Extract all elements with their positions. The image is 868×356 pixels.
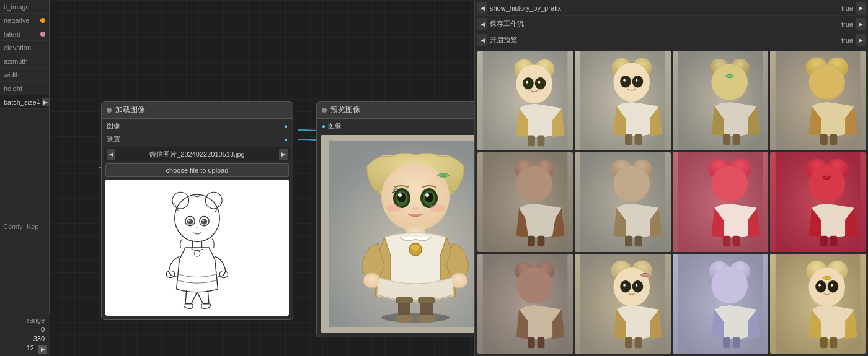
svg-rect-119 [732,337,740,349]
svg-point-123 [808,267,845,306]
range-arrow[interactable]: ▶ [38,345,47,354]
svg-point-47 [535,77,546,90]
grid-cell-2-3[interactable] [770,254,866,354]
save-label: 保存工作流 [487,19,841,28]
svg-point-11 [194,251,200,257]
grid-char-svg-1-2 [673,152,768,252]
save-value: true [841,20,856,28]
preview-label: 开启预览 [487,35,841,45]
svg-point-1 [172,192,189,209]
svg-rect-73 [830,134,837,145]
grid-cell-1-3[interactable] [770,152,866,252]
image-grid [475,48,868,356]
load-image-mask-connector: ● [284,136,288,143]
svg-rect-97 [830,236,837,247]
svg-point-2 [205,192,222,209]
preview-image-dot: ● [322,123,326,129]
grid-cell-1-0[interactable] [477,152,573,252]
svg-point-41 [417,315,436,323]
grid-char-svg-2-1 [575,254,670,354]
batch-size-arrows: 1 ▶ [37,98,50,106]
svg-point-111 [636,284,638,287]
filename-prev-button[interactable]: ◀ [107,149,115,160]
param-latent: latent [0,27,49,41]
history-arrow-right[interactable]: ▶ [856,2,866,14]
svg-point-127 [830,284,833,287]
svg-point-49 [538,81,541,84]
grid-char-svg-2-2 [673,254,768,354]
svg-point-117 [711,267,748,303]
svg-rect-91 [732,236,740,247]
upload-button[interactable]: choose file to upload [105,163,289,177]
svg-rect-67 [732,134,740,145]
svg-rect-113 [635,337,642,349]
save-arrow-right[interactable]: ▶ [856,18,866,30]
grid-cell-0-2[interactable] [673,51,768,150]
preview-value: true [841,37,856,44]
grid-cell-0-0[interactable] [477,51,573,150]
svg-point-20 [381,163,450,231]
range-label: range [2,316,47,324]
history-arrow-left[interactable]: ◀ [477,2,487,14]
grid-cell-2-2[interactable] [673,254,768,354]
batch-size-increment[interactable]: ▶ [42,98,50,106]
range-section: range 0 330 12 ▶ [0,314,50,356]
svg-rect-90 [723,236,730,247]
svg-point-126 [818,284,821,287]
filename-text: 微信图片_20240222010513.jpg [115,150,279,159]
grid-char-svg-2-0 [477,254,573,354]
right-row-save: ◀ 保存工作流 true ▶ [475,16,868,32]
grid-cell-0-1[interactable] [575,51,670,150]
svg-rect-60 [625,134,632,145]
range-value-2: 12 [27,344,37,352]
svg-point-7 [188,220,190,222]
grid-cell-1-1[interactable] [575,152,670,252]
batch-size-value: 1 [37,98,40,106]
svg-point-31 [441,173,446,178]
svg-rect-72 [820,134,828,145]
preview-arrow-left[interactable]: ◀ [477,34,487,46]
svg-rect-50 [528,136,535,147]
param-negative-label: negative [4,17,30,24]
load-image-image-label: 图像 [107,121,120,131]
grid-char-svg-1-0 [477,152,573,252]
svg-point-109 [632,280,644,293]
svg-point-15 [381,313,450,323]
latent-connector-dot [40,32,45,37]
grid-cell-1-2[interactable] [673,152,768,252]
grid-char-svg-0-3 [770,51,866,150]
svg-rect-118 [723,337,730,349]
load-image-node: 加载图像 图像 ● 遮罩 ● ◀ 微信图片_20240222010513.jpg… [101,101,293,320]
svg-point-45 [516,64,552,103]
grid-cell-2-0[interactable] [477,254,573,354]
svg-point-124 [815,280,826,293]
sketch-preview [105,180,289,316]
svg-point-89 [711,165,748,202]
svg-point-125 [827,280,838,293]
grid-char-svg-2-3 [770,254,866,354]
grid-cell-0-3[interactable] [770,51,866,150]
grid-char-svg-0-0 [477,51,573,150]
filename-next-button[interactable]: ▶ [279,149,288,160]
load-image-node-dot [107,108,112,113]
param-height: height [0,82,49,95]
param-azimuth: azimuth [0,54,49,68]
param-elevation-label: elevation [4,44,31,51]
svg-point-9 [183,227,190,231]
grid-char-svg-1-1 [575,152,670,252]
svg-point-110 [623,284,626,287]
svg-point-83 [614,165,650,202]
param-it-image-label: it_image [4,3,30,11]
save-arrow-left[interactable]: ◀ [477,18,487,30]
range-value-0: 0 [2,326,47,333]
grid-cell-2-1[interactable] [575,254,670,354]
preview-arrow-right[interactable]: ▶ [856,34,866,46]
svg-point-6 [202,219,208,225]
param-width-label: width [4,71,20,79]
svg-point-57 [632,76,644,88]
load-image-mask-label: 遮罩 [107,135,120,144]
svg-rect-85 [635,236,642,247]
svg-rect-103 [538,337,545,349]
svg-point-58 [623,79,626,82]
svg-point-8 [202,220,204,222]
